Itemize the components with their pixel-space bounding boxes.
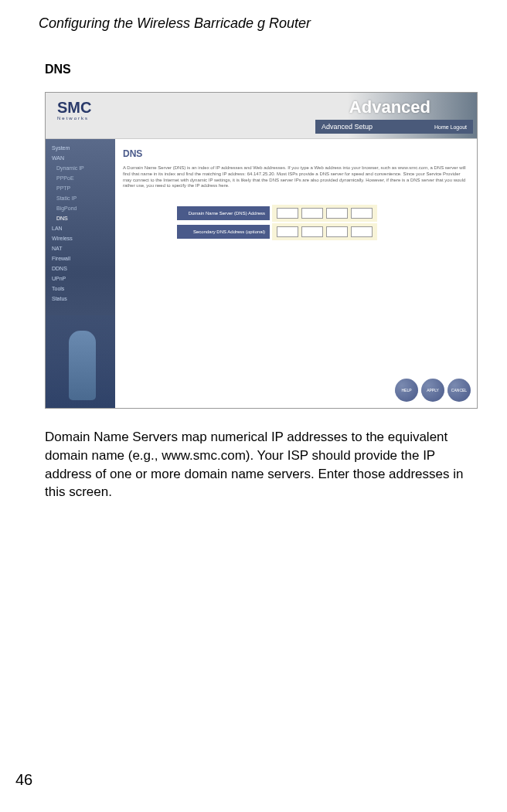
secondary-dns-row: Secondary DNS Address (optional) xyxy=(177,223,469,240)
primary-dns-octet-4[interactable] xyxy=(351,208,373,219)
content-description: A Domain Name Server (DNS) is an index o… xyxy=(123,165,469,189)
action-buttons: HELP APPLY CANCEL xyxy=(395,379,471,402)
screenshot-topbar: SMC Networks Advanced Advanced Setup Hom… xyxy=(46,93,477,139)
secondary-dns-inputs xyxy=(272,223,377,240)
sidebar-item-pptp[interactable]: PPTP xyxy=(46,183,115,193)
cancel-button[interactable]: CANCEL xyxy=(447,379,471,402)
sidebar-item-firewall[interactable]: Firewall xyxy=(46,253,115,263)
sidebar-decoration-image xyxy=(46,315,115,408)
sidebar-item-system[interactable]: System xyxy=(46,143,115,153)
router-admin-screenshot: SMC Networks Advanced Advanced Setup Hom… xyxy=(45,92,478,409)
sidebar-item-bigpond[interactable]: BigPond xyxy=(46,203,115,213)
primary-dns-octet-1[interactable] xyxy=(277,208,298,219)
apply-button[interactable]: APPLY xyxy=(421,379,444,402)
sidebar-item-static-ip[interactable]: Static IP xyxy=(46,193,115,203)
primary-dns-inputs xyxy=(272,205,377,222)
advanced-setup-bar: Advanced Setup Home Logout xyxy=(315,120,473,134)
sidebar-item-lan[interactable]: LAN xyxy=(46,223,115,233)
person-silhouette-icon xyxy=(69,331,96,400)
screenshot-content: DNS A Domain Name Server (DNS) is an ind… xyxy=(115,139,477,408)
secondary-dns-octet-1[interactable] xyxy=(277,226,298,237)
secondary-dns-label: Secondary DNS Address (optional) xyxy=(177,225,270,239)
primary-dns-label: Domain Name Server (DNS) Address xyxy=(177,206,270,220)
primary-dns-octet-2[interactable] xyxy=(301,208,323,219)
body-paragraph: Domain Name Servers map numerical IP add… xyxy=(45,428,468,501)
section-title: DNS xyxy=(45,63,468,76)
sidebar-item-ddns[interactable]: DDNS xyxy=(46,263,115,273)
advanced-setup-label: Advanced Setup xyxy=(322,123,373,131)
content-title: DNS xyxy=(123,148,469,159)
sidebar-item-pppoe[interactable]: PPPoE xyxy=(46,173,115,183)
advanced-brand-text: Advanced xyxy=(349,97,430,117)
smc-logo-subtitle: Networks xyxy=(57,116,89,121)
dns-form-table: Domain Name Server (DNS) Address Seconda… xyxy=(177,205,469,240)
page-number: 46 xyxy=(15,771,32,789)
smc-logo: SMC xyxy=(57,99,91,117)
sidebar-item-tools[interactable]: Tools xyxy=(46,284,115,294)
screenshot-body: System WAN Dynamic IP PPPoE PPTP Static … xyxy=(46,139,477,408)
sidebar-item-nat[interactable]: NAT xyxy=(46,243,115,253)
sidebar-item-wireless[interactable]: Wireless xyxy=(46,233,115,243)
page-header: Configuring the Wireless Barricade g Rou… xyxy=(39,15,468,32)
sidebar-item-wan[interactable]: WAN xyxy=(46,153,115,163)
secondary-dns-octet-3[interactable] xyxy=(326,226,348,237)
screenshot-sidebar: System WAN Dynamic IP PPPoE PPTP Static … xyxy=(46,139,115,408)
sidebar-item-dynamic-ip[interactable]: Dynamic IP xyxy=(46,163,115,173)
help-button[interactable]: HELP xyxy=(395,379,418,402)
primary-dns-row: Domain Name Server (DNS) Address xyxy=(177,205,469,222)
sidebar-item-status[interactable]: Status xyxy=(46,294,115,304)
primary-dns-octet-3[interactable] xyxy=(326,208,348,219)
secondary-dns-octet-2[interactable] xyxy=(301,226,323,237)
sidebar-item-upnp[interactable]: UPnP xyxy=(46,273,115,284)
secondary-dns-octet-4[interactable] xyxy=(351,226,373,237)
sidebar-item-dns[interactable]: DNS xyxy=(46,213,115,223)
home-logout-links[interactable]: Home Logout xyxy=(434,124,467,130)
